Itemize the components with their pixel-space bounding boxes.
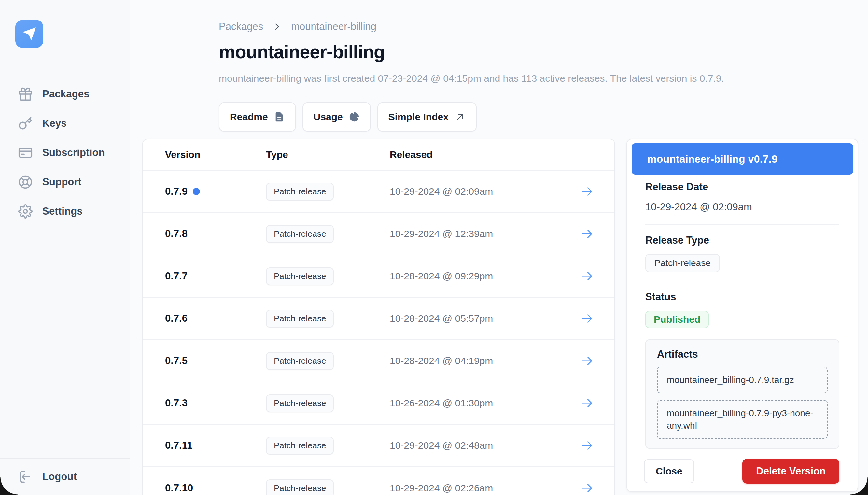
table-row[interactable]: 0.7.7 Patch-release 10-28-2024 @ 09:29pm bbox=[143, 255, 614, 298]
logout-label: Logout bbox=[42, 471, 77, 483]
sidebar-item-packages[interactable]: Packages bbox=[0, 80, 129, 109]
released-cell: 10-28-2024 @ 09:29pm bbox=[390, 271, 574, 282]
release-date-value: 10-29-2024 @ 02:09am bbox=[645, 201, 839, 213]
released-cell: 10-29-2024 @ 02:26am bbox=[390, 483, 574, 494]
table-row[interactable]: 0.7.10 Patch-release 10-29-2024 @ 02:26a… bbox=[143, 467, 614, 495]
external-link-icon bbox=[454, 112, 466, 122]
breadcrumb-packages[interactable]: Packages bbox=[219, 21, 263, 33]
status-badge: Published bbox=[645, 311, 709, 328]
released-cell: 10-29-2024 @ 12:39am bbox=[390, 228, 574, 239]
release-type-badge: Patch-release bbox=[266, 183, 334, 201]
page-title: mountaineer-billing bbox=[219, 41, 858, 63]
paper-plane-icon bbox=[21, 26, 37, 42]
readme-button-label: Readme bbox=[230, 112, 268, 122]
sidebar-item-label: Packages bbox=[42, 88, 89, 100]
sidebar-item-support[interactable]: Support bbox=[0, 167, 129, 197]
sidebar-item-keys[interactable]: Keys bbox=[0, 109, 129, 138]
column-header-type: Type bbox=[266, 149, 390, 160]
detail-panel-footer: Close Delete Version bbox=[627, 452, 857, 491]
sidebar-item-label: Keys bbox=[42, 118, 67, 129]
close-button[interactable]: Close bbox=[644, 459, 694, 483]
version-detail-panel: mountaineer-billing v0.7.9 Release Date … bbox=[626, 139, 858, 492]
page-header: Packages mountaineer-billing mountaineer… bbox=[219, 20, 858, 132]
release-type-badge: Patch-release bbox=[266, 437, 334, 455]
detail-panel-title: mountaineer-billing v0.7.9 bbox=[631, 143, 853, 174]
release-type-badge: Patch-release bbox=[266, 352, 334, 370]
sidebar-footer: Logout bbox=[0, 458, 129, 495]
action-buttons: Readme Usage Simple Index bbox=[219, 102, 858, 132]
version-cell: 0.7.10 bbox=[165, 482, 193, 494]
gear-icon bbox=[18, 204, 33, 219]
released-cell: 10-28-2024 @ 04:19pm bbox=[390, 355, 574, 366]
released-cell: 10-29-2024 @ 02:09am bbox=[390, 186, 574, 197]
simple-index-button[interactable]: Simple Index bbox=[377, 102, 476, 132]
version-cell: 0.7.9 bbox=[165, 186, 188, 197]
document-icon bbox=[274, 112, 285, 122]
release-type-badge: Patch-release bbox=[266, 267, 334, 285]
sidebar-item-settings[interactable]: Settings bbox=[0, 197, 129, 226]
status-label: Status bbox=[645, 291, 839, 303]
release-type-badge: Patch-release bbox=[266, 310, 334, 328]
version-cell: 0.7.11 bbox=[165, 440, 192, 451]
artifacts-label: Artifacts bbox=[657, 348, 828, 360]
artifact-file[interactable]: mountaineer_billing-0.7.9.tar.gz bbox=[657, 367, 828, 393]
main-content: Packages mountaineer-billing mountaineer… bbox=[130, 0, 868, 495]
table-row[interactable]: 0.7.8 Patch-release 10-29-2024 @ 12:39am bbox=[143, 213, 614, 255]
package-description: mountaineer-billing was first created 07… bbox=[219, 72, 858, 85]
simple-index-button-label: Simple Index bbox=[388, 112, 449, 122]
divider bbox=[645, 281, 839, 281]
readme-button[interactable]: Readme bbox=[219, 102, 296, 132]
table-row[interactable]: 0.7.3 Patch-release 10-26-2024 @ 01:30pm bbox=[143, 382, 614, 425]
release-type-badge: Patch-release bbox=[266, 394, 334, 412]
arrow-right-icon[interactable] bbox=[574, 269, 600, 283]
arrow-right-icon[interactable] bbox=[574, 354, 600, 368]
detail-panel-body: Release Date 10-29-2024 @ 02:09am Releas… bbox=[627, 174, 857, 452]
artifact-file[interactable]: mountaineer_billing-0.7.9-py3-none-any.w… bbox=[657, 400, 828, 439]
table-row[interactable]: 0.7.11 Patch-release 10-29-2024 @ 02:48a… bbox=[143, 425, 614, 467]
credit-card-icon bbox=[18, 146, 33, 160]
table-row[interactable]: 0.7.5 Patch-release 10-28-2024 @ 04:19pm bbox=[143, 340, 614, 382]
version-cell: 0.7.7 bbox=[165, 270, 188, 282]
sidebar-item-label: Settings bbox=[42, 205, 83, 217]
usage-button-label: Usage bbox=[314, 112, 343, 122]
sidebar-item-label: Support bbox=[42, 176, 81, 188]
release-type-label: Release Type bbox=[645, 235, 839, 246]
screen-corner-left bbox=[0, 477, 18, 495]
chevron-right-icon bbox=[272, 22, 282, 32]
artifacts-section: Artifacts mountaineer_billing-0.7.9.tar.… bbox=[645, 339, 839, 449]
version-cell: 0.7.8 bbox=[165, 228, 188, 240]
arrow-right-icon[interactable] bbox=[574, 185, 600, 198]
column-header-released: Released bbox=[390, 149, 574, 160]
arrow-right-icon[interactable] bbox=[574, 396, 600, 410]
latest-version-dot bbox=[193, 188, 200, 195]
release-type-badge: Patch-release bbox=[266, 225, 334, 243]
table-header-row: Version Type Released bbox=[143, 139, 614, 171]
sidebar-item-subscription[interactable]: Subscription bbox=[0, 138, 129, 167]
breadcrumb-current: mountaineer-billing bbox=[291, 21, 376, 33]
release-type-badge: Patch-release bbox=[645, 254, 720, 272]
release-date-label: Release Date bbox=[645, 181, 839, 193]
sidebar: Packages Keys Subscription Support bbox=[0, 0, 130, 495]
delete-version-button[interactable]: Delete Version bbox=[742, 459, 839, 483]
arrow-right-icon[interactable] bbox=[574, 312, 600, 325]
key-icon bbox=[18, 116, 33, 131]
screen-corner-right bbox=[850, 477, 868, 495]
table-row[interactable]: 0.7.9 Patch-release 10-29-2024 @ 02:09am bbox=[143, 171, 614, 213]
sidebar-item-label: Subscription bbox=[42, 147, 105, 158]
arrow-right-icon[interactable] bbox=[574, 227, 600, 241]
version-cell: 0.7.6 bbox=[165, 313, 188, 324]
arrow-right-icon[interactable] bbox=[574, 439, 600, 453]
release-type-badge: Patch-release bbox=[266, 479, 334, 495]
logout-icon bbox=[18, 470, 33, 484]
usage-button[interactable]: Usage bbox=[302, 102, 371, 132]
content-row: Version Type Released 0.7.9 Patch-releas… bbox=[142, 139, 858, 495]
table-row[interactable]: 0.7.6 Patch-release 10-28-2024 @ 05:57pm bbox=[143, 298, 614, 340]
versions-table: Version Type Released 0.7.9 Patch-releas… bbox=[142, 139, 615, 495]
gift-icon bbox=[18, 87, 33, 101]
app-logo[interactable] bbox=[15, 20, 43, 48]
arrow-right-icon[interactable] bbox=[574, 481, 600, 495]
version-cell: 0.7.5 bbox=[165, 355, 188, 367]
column-header-version: Version bbox=[165, 149, 266, 160]
version-cell: 0.7.3 bbox=[165, 397, 188, 409]
app-root: Packages Keys Subscription Support bbox=[0, 0, 868, 495]
